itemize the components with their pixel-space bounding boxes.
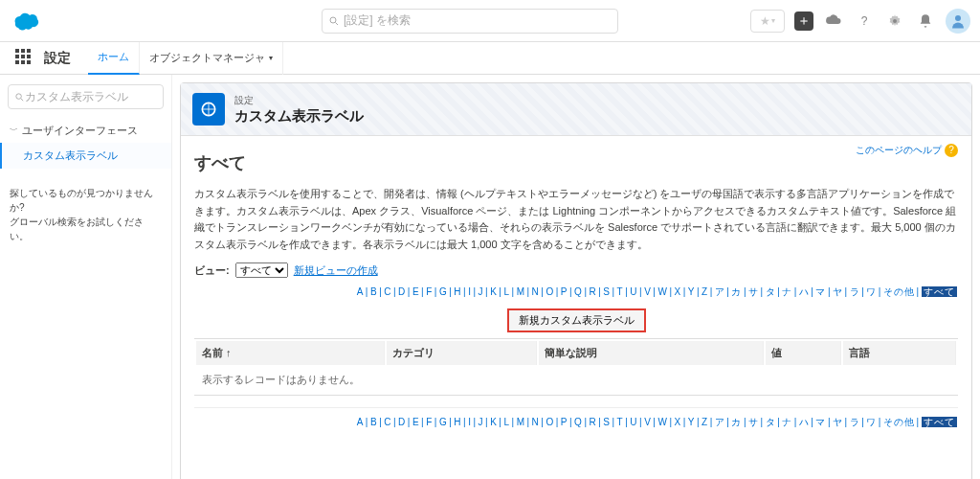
- alpha-filter[interactable]: ワ: [866, 286, 877, 297]
- alpha-filter[interactable]: D: [398, 417, 406, 427]
- alpha-filter[interactable]: マ: [815, 417, 826, 427]
- alpha-filter[interactable]: ハ: [799, 417, 810, 427]
- alpha-filter[interactable]: その他: [883, 417, 915, 427]
- alpha-filter[interactable]: R: [589, 286, 596, 297]
- alpha-filter[interactable]: F: [426, 286, 433, 297]
- alpha-filter[interactable]: A: [357, 286, 365, 297]
- alpha-filter[interactable]: タ: [766, 417, 776, 427]
- alpha-filter[interactable]: Y: [688, 286, 696, 297]
- alpha-filter[interactable]: サ: [748, 286, 759, 297]
- alpha-filter[interactable]: W: [657, 417, 667, 427]
- alpha-filter[interactable]: マ: [815, 286, 826, 297]
- alpha-filter[interactable]: ハ: [799, 286, 810, 297]
- alpha-filter[interactable]: G: [439, 286, 448, 297]
- alpha-filter[interactable]: ア: [715, 286, 725, 297]
- alpha-filter[interactable]: B: [370, 417, 378, 427]
- alpha-filter[interactable]: L: [503, 286, 510, 297]
- alpha-filter[interactable]: S: [603, 417, 611, 427]
- tab-object-manager[interactable]: オブジェクトマネージャ ▾: [140, 42, 283, 75]
- alpha-filter[interactable]: H: [454, 417, 461, 427]
- alpha-filter[interactable]: P: [561, 286, 568, 297]
- alpha-filter[interactable]: M: [517, 286, 525, 297]
- notifications-bell-icon[interactable]: [915, 11, 936, 32]
- setup-gear-icon[interactable]: [884, 11, 905, 32]
- alpha-filter[interactable]: W: [657, 286, 667, 297]
- col-name[interactable]: 名前 ↑: [196, 341, 385, 365]
- alpha-filter[interactable]: H: [454, 286, 461, 297]
- alpha-filter[interactable]: K: [490, 417, 498, 427]
- alpha-filter[interactable]: U: [630, 286, 637, 297]
- alpha-filter-all[interactable]: すべて: [922, 417, 957, 427]
- alpha-filter[interactable]: N: [532, 286, 540, 297]
- col-description[interactable]: 簡単な説明: [539, 341, 765, 365]
- alpha-filter[interactable]: その他: [883, 286, 915, 297]
- alpha-filter[interactable]: タ: [766, 286, 776, 297]
- alpha-filter[interactable]: G: [439, 417, 448, 427]
- alpha-filter[interactable]: M: [517, 417, 525, 427]
- alpha-filter[interactable]: カ: [731, 286, 742, 297]
- alpha-filter[interactable]: I: [468, 286, 472, 297]
- alpha-filter[interactable]: ア: [715, 417, 725, 427]
- alpha-filter[interactable]: A: [357, 417, 365, 427]
- alpha-filter[interactable]: E: [412, 286, 420, 297]
- sidebar-filter-input[interactable]: カスタム表示ラベル: [8, 84, 164, 109]
- app-launcher-icon[interactable]: [15, 49, 34, 68]
- alpha-filter[interactable]: Z: [702, 286, 708, 297]
- alpha-filter[interactable]: Q: [574, 286, 583, 297]
- alpha-filter[interactable]: L: [503, 417, 510, 427]
- alpha-filter[interactable]: O: [546, 417, 554, 427]
- alpha-filter[interactable]: V: [644, 286, 652, 297]
- alpha-filter[interactable]: ナ: [782, 417, 792, 427]
- alpha-filter[interactable]: ラ: [850, 417, 860, 427]
- alpha-filter[interactable]: サ: [748, 417, 759, 427]
- alpha-filter-all[interactable]: すべて: [922, 286, 957, 297]
- alpha-filter[interactable]: ラ: [850, 286, 860, 297]
- global-create-button[interactable]: ＋: [794, 11, 813, 31]
- alpha-filter[interactable]: Z: [702, 417, 708, 427]
- tab-home[interactable]: ホーム: [88, 42, 140, 75]
- alpha-filter[interactable]: T: [617, 417, 624, 427]
- alpha-filter[interactable]: ワ: [866, 417, 877, 427]
- alpha-filter[interactable]: O: [546, 286, 554, 297]
- alpha-filter[interactable]: ヤ: [833, 286, 843, 297]
- global-search-input[interactable]: [設定] を検索: [322, 9, 618, 34]
- user-avatar[interactable]: [946, 9, 970, 34]
- alpha-filter[interactable]: F: [426, 417, 433, 427]
- alpha-filter[interactable]: J: [479, 286, 484, 297]
- alpha-filter[interactable]: I: [468, 417, 472, 427]
- alpha-filter[interactable]: P: [561, 417, 568, 427]
- alpha-filter[interactable]: S: [603, 286, 611, 297]
- new-view-link[interactable]: 新規ビューの作成: [294, 263, 378, 278]
- alpha-filter[interactable]: C: [384, 417, 391, 427]
- alpha-filter[interactable]: カ: [731, 417, 742, 427]
- salesforce-logo[interactable]: [10, 10, 44, 33]
- alpha-filter[interactable]: X: [675, 286, 682, 297]
- alpha-filter[interactable]: Y: [688, 417, 696, 427]
- new-custom-label-button[interactable]: 新規カスタム表示ラベル: [507, 308, 646, 332]
- tree-node-custom-labels[interactable]: カスタム表示ラベル: [0, 143, 171, 169]
- alpha-filter[interactable]: K: [490, 286, 498, 297]
- tree-node-user-interface[interactable]: ﹀ユーザインターフェース: [0, 119, 171, 143]
- alpha-filter[interactable]: R: [589, 417, 596, 427]
- alpha-filter[interactable]: X: [675, 417, 682, 427]
- col-language[interactable]: 言語: [843, 341, 956, 365]
- alpha-filter[interactable]: V: [644, 417, 652, 427]
- alpha-filter[interactable]: E: [412, 417, 420, 427]
- alpha-filter[interactable]: U: [630, 417, 637, 427]
- col-category[interactable]: カテゴリ: [387, 341, 537, 365]
- alpha-filter[interactable]: N: [532, 417, 540, 427]
- alpha-filter[interactable]: Q: [574, 417, 583, 427]
- help-link[interactable]: このページのヘルプ ?: [856, 144, 958, 157]
- salesforce-cloud-icon[interactable]: [823, 11, 844, 32]
- alpha-filter[interactable]: ヤ: [833, 417, 843, 427]
- alpha-filter[interactable]: C: [384, 286, 391, 297]
- view-select[interactable]: すべて: [235, 262, 288, 278]
- alpha-filter[interactable]: B: [370, 286, 378, 297]
- col-value[interactable]: 値: [766, 341, 841, 365]
- alpha-filter[interactable]: D: [398, 286, 406, 297]
- favorites-button[interactable]: ★ ▾: [750, 10, 785, 33]
- alpha-filter[interactable]: T: [617, 286, 624, 297]
- help-button[interactable]: ?: [854, 11, 875, 32]
- alpha-filter[interactable]: ナ: [782, 286, 792, 297]
- alpha-filter[interactable]: J: [479, 417, 484, 427]
